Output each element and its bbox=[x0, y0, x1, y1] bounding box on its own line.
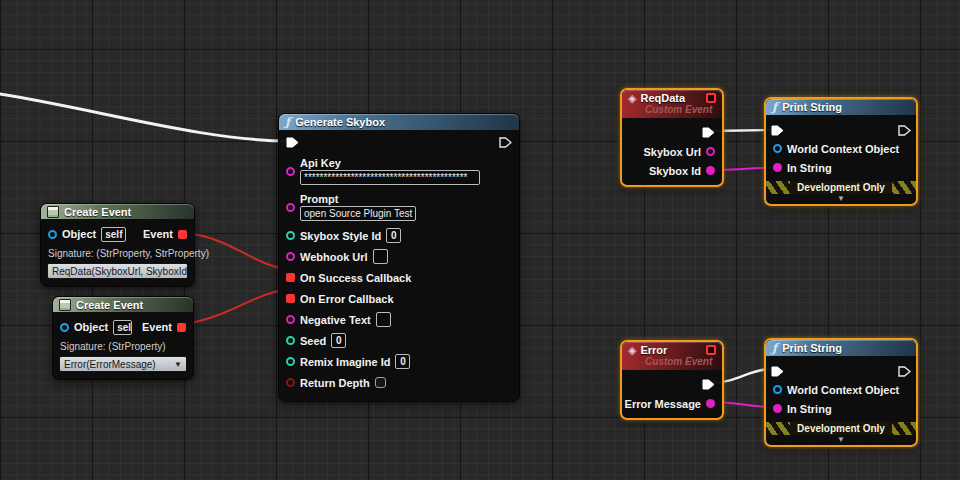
pin-label: Negative Text bbox=[300, 314, 371, 326]
seed-field[interactable]: 0 bbox=[331, 333, 346, 348]
pin-label: Event bbox=[142, 321, 172, 333]
custom-event-icon: ◈ bbox=[628, 345, 636, 356]
node-title: Generate Skybox bbox=[295, 116, 385, 128]
pin-label: World Context Object bbox=[787, 143, 899, 155]
node-create-event-error[interactable]: Create Event Object self Event Signature… bbox=[52, 296, 194, 380]
pin-label: Api Key bbox=[300, 157, 480, 169]
pin-label: Skybox Url bbox=[644, 146, 701, 158]
exec-wire-into-generate-skybox[interactable] bbox=[0, 94, 289, 141]
exec-out-pin[interactable] bbox=[702, 127, 715, 138]
blueprint-graph-canvas[interactable]: ƒ Generate Skybox Api Key **************… bbox=[0, 0, 960, 480]
function-icon: ƒ bbox=[772, 101, 777, 113]
pin-label: Skybox Style Id bbox=[300, 230, 381, 242]
pin-label: Event bbox=[143, 228, 173, 240]
negative-text-field[interactable] bbox=[376, 312, 391, 327]
string-pin[interactable] bbox=[773, 163, 782, 172]
exec-out-pin[interactable] bbox=[702, 379, 715, 390]
string-pin[interactable] bbox=[286, 315, 295, 324]
custom-event-icon: ◈ bbox=[628, 93, 636, 104]
node-subtitle: Custom Event bbox=[645, 356, 716, 367]
create-event-icon bbox=[59, 299, 71, 311]
string-pin[interactable] bbox=[286, 167, 295, 176]
exec-in-pin[interactable] bbox=[286, 137, 299, 148]
api-key-field[interactable]: ****************************************… bbox=[300, 170, 480, 185]
delegate-wire-error-to-on-error[interactable] bbox=[180, 289, 290, 325]
object-pin[interactable] bbox=[48, 230, 57, 239]
node-create-event-reqdata[interactable]: Create Event Object self Event Signature… bbox=[40, 203, 195, 287]
string-pin[interactable] bbox=[773, 404, 782, 413]
skybox-style-id-field[interactable]: 0 bbox=[386, 228, 401, 243]
object-self-field[interactable]: self bbox=[101, 227, 126, 242]
string-pin[interactable] bbox=[706, 147, 715, 156]
node-title: ReqData bbox=[640, 92, 685, 104]
int-pin[interactable] bbox=[286, 336, 295, 345]
delegate-pin[interactable] bbox=[286, 294, 295, 303]
node-title: Print String bbox=[782, 342, 842, 354]
return-depth-checkbox[interactable] bbox=[375, 377, 386, 388]
string-pin[interactable] bbox=[706, 166, 715, 175]
delegate-pin[interactable] bbox=[706, 345, 716, 355]
string-pin[interactable] bbox=[286, 252, 295, 261]
exec-out-pin[interactable] bbox=[499, 137, 512, 148]
exec-in-pin[interactable] bbox=[771, 125, 784, 136]
pin-label: Return Depth bbox=[300, 377, 370, 389]
chevron-down-icon: ▼ bbox=[837, 436, 845, 444]
pin-label: In String bbox=[787, 162, 832, 174]
development-only-banner: Development Only bbox=[766, 181, 916, 194]
int-pin[interactable] bbox=[286, 357, 295, 366]
pin-label: Prompt bbox=[300, 193, 416, 205]
node-header[interactable]: ƒ Print String bbox=[766, 340, 916, 356]
object-pin[interactable] bbox=[60, 323, 69, 332]
node-header[interactable]: ƒ Print String bbox=[766, 99, 916, 115]
int-pin[interactable] bbox=[286, 231, 295, 240]
string-pin[interactable] bbox=[286, 203, 295, 212]
delegate-pin[interactable] bbox=[286, 273, 295, 282]
event-delegate-pin[interactable] bbox=[178, 230, 187, 239]
banner-label: Development Only bbox=[790, 422, 892, 435]
node-generate-skybox[interactable]: ƒ Generate Skybox Api Key **************… bbox=[278, 113, 520, 402]
delegate-dropdown[interactable]: ReqData(SkyboxUrl, SkyboxId) ▼ bbox=[47, 263, 188, 279]
exec-out-pin[interactable] bbox=[898, 125, 911, 136]
node-reqdata-custom-event[interactable]: ◈ ReqData Custom Event Skybox Url Skybox… bbox=[620, 88, 724, 187]
pin-label: Object bbox=[62, 228, 96, 240]
development-only-banner: Development Only bbox=[766, 422, 916, 435]
signature-text: Signature: (StrProperty, StrProperty) bbox=[41, 248, 194, 259]
node-header[interactable]: Create Event bbox=[41, 204, 194, 219]
pin-label: Error Message bbox=[625, 398, 701, 410]
expand-advanced-pins-button[interactable]: ▼ bbox=[766, 194, 916, 204]
string-pin[interactable] bbox=[706, 399, 715, 408]
object-self-field[interactable]: self bbox=[113, 320, 132, 335]
node-header[interactable]: Create Event bbox=[53, 297, 193, 312]
pin-label: Object bbox=[74, 321, 108, 333]
exec-in-pin[interactable] bbox=[771, 366, 784, 377]
remix-imagine-id-field[interactable]: 0 bbox=[395, 354, 410, 369]
dropdown-value: Error(ErrorMessage) bbox=[64, 359, 156, 370]
bool-pin[interactable] bbox=[286, 378, 295, 387]
node-error-custom-event[interactable]: ◈ Error Custom Event Error Message bbox=[620, 340, 724, 420]
node-subtitle: Custom Event bbox=[645, 104, 716, 115]
exec-out-pin[interactable] bbox=[898, 366, 911, 377]
node-header[interactable]: ƒ Generate Skybox bbox=[279, 114, 519, 130]
delegate-pin[interactable] bbox=[706, 93, 716, 103]
pin-label: Remix Imagine Id bbox=[300, 356, 390, 368]
object-pin[interactable] bbox=[773, 385, 782, 394]
pin-label: On Success Callback bbox=[300, 272, 411, 284]
webhook-url-field[interactable] bbox=[373, 249, 388, 264]
node-title: Create Event bbox=[64, 206, 131, 218]
node-header[interactable]: ◈ ReqData Custom Event bbox=[622, 90, 722, 118]
signature-text: Signature: (StrProperty) bbox=[53, 341, 193, 352]
pin-label: Skybox Id bbox=[649, 165, 701, 177]
pin-label: World Context Object bbox=[787, 384, 899, 396]
prompt-field[interactable]: open Source Plugin Test bbox=[300, 206, 416, 221]
object-pin[interactable] bbox=[773, 144, 782, 153]
expand-advanced-pins-button[interactable]: ▼ bbox=[766, 435, 916, 445]
pin-label: On Error Callback bbox=[300, 293, 394, 305]
function-icon: ƒ bbox=[285, 116, 290, 128]
node-print-string-bottom[interactable]: ƒ Print String World Context Object In S… bbox=[764, 338, 918, 447]
delegate-dropdown[interactable]: Error(ErrorMessage) ▼ bbox=[59, 356, 187, 372]
event-delegate-pin[interactable] bbox=[177, 323, 186, 332]
node-print-string-top[interactable]: ƒ Print String World Context Object In S… bbox=[764, 97, 918, 206]
dropdown-value: ReqData(SkyboxUrl, SkyboxId) bbox=[52, 266, 188, 277]
pin-label: Webhook Url bbox=[300, 251, 368, 263]
node-header[interactable]: ◈ Error Custom Event bbox=[622, 342, 722, 370]
